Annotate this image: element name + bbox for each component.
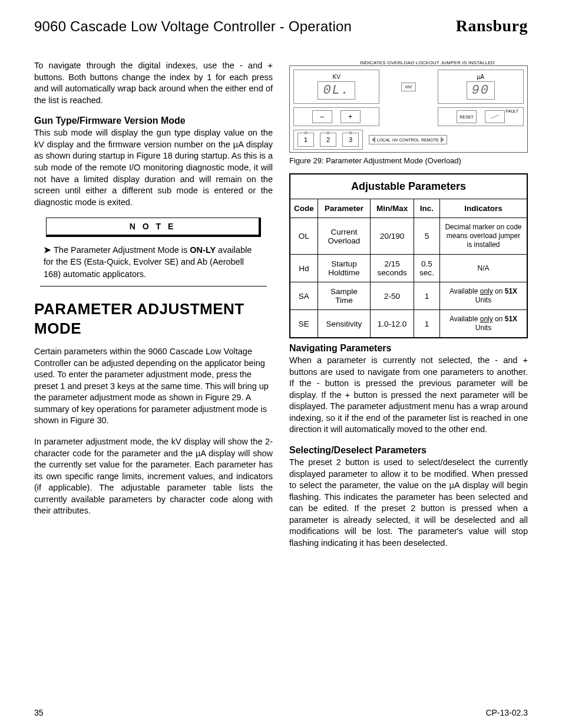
th-minmax: Min/Max xyxy=(371,199,414,218)
table-row: Hd Startup Holdtime 2/15 seconds 0.5 sec… xyxy=(290,255,527,282)
left-column: To navigate through the digital indexes,… xyxy=(34,60,273,558)
table-row: SA Sample Time 2-50 1 Available only on … xyxy=(290,282,527,310)
kv-segment-display: 0L. xyxy=(318,81,355,100)
th-code: Code xyxy=(290,199,318,218)
ua-display-group: µA 90 xyxy=(438,70,524,104)
heading-navigating: Navigating Parameters xyxy=(289,343,528,354)
note-text-bold: ON-LY xyxy=(190,245,216,255)
fault-label: FAULT xyxy=(506,109,518,113)
right-column: INDICATES OVERLOAD LOCKOUT JUMPER IS INS… xyxy=(289,60,528,558)
local-label: LOCAL xyxy=(377,138,391,142)
doc-number: CP-13-02.3 xyxy=(485,708,528,717)
hv-label: HV xyxy=(401,83,416,91)
th-indicators: Indicators xyxy=(439,199,527,218)
figure-29: INDICATES OVERLOAD LOCKOUT JUMPER IS INS… xyxy=(289,60,528,165)
adjustable-parameters-table: Adjustable Parameters Code Parameter Min… xyxy=(289,173,528,338)
heading-gun-type: Gun Type/Firmware Version Mode xyxy=(34,116,273,126)
param-mode-paragraph-1: Certain parameters within the 9060 Casca… xyxy=(34,346,273,427)
remote-label: REMOTE xyxy=(421,138,439,142)
table-row: SE Sensitivity 1.0-12.0 1 Available only… xyxy=(290,310,527,338)
param-mode-paragraph-2: In parameter adjustment mode, the kV dis… xyxy=(34,436,273,517)
heading-selecting: Selecting/Deselect Parameters xyxy=(289,445,528,456)
two-column-layout: To navigate through the digital indexes,… xyxy=(34,60,528,558)
hv-control-switch[interactable]: LOCAL HV CONTROL REMOTE xyxy=(369,135,447,144)
note-text-pre: The Parameter Adjustment Mode is xyxy=(54,245,190,255)
table-row: OL Current Overload 20/190 5 Decimal mar… xyxy=(290,218,527,255)
preset-1-button[interactable]: 1 xyxy=(297,133,314,147)
plus-minus-group: – + xyxy=(293,107,379,126)
note-body: ➤The Parameter Adjustment Mode is ON-LY … xyxy=(40,244,267,286)
th-parameter: Parameter xyxy=(318,199,370,218)
ua-label: µA xyxy=(477,74,484,80)
page-footer: 35 CP-13-02.3 xyxy=(34,708,528,717)
page-number: 35 xyxy=(34,708,44,717)
minus-button[interactable]: – xyxy=(312,110,332,123)
note-label: N O T E xyxy=(46,218,261,237)
gun-type-paragraph: This sub mode will display the gun type … xyxy=(34,127,273,208)
hv-control-label: HV CONTROL xyxy=(392,138,419,142)
header-title: 9060 Cascade Low Voltage Controller - Op… xyxy=(34,18,352,35)
hv-indicator-group: HV xyxy=(389,70,428,104)
reset-fault-group: FAULT RESET xyxy=(438,107,524,126)
figure-panel: KV 0L. HV µA 90 xyxy=(289,65,528,153)
selecting-paragraph: The preset 2 button is used to select/de… xyxy=(289,457,528,549)
triangle-left-icon xyxy=(372,137,375,143)
navigating-paragraph: When a parameter is currently not select… xyxy=(289,355,528,436)
kv-label: KV xyxy=(333,74,340,80)
figure-overload-indicator-text: INDICATES OVERLOAD LOCKOUT JUMPER IS INS… xyxy=(360,60,528,65)
kv-display-group: KV 0L. xyxy=(293,70,379,104)
table-title: Adjustable Parameters xyxy=(290,174,527,199)
triangle-right-icon xyxy=(441,137,444,143)
reset-button[interactable]: RESET xyxy=(457,110,477,123)
preset-buttons-group: 1 2 3 xyxy=(293,130,363,150)
note-arrow-icon: ➤ xyxy=(44,245,51,255)
page: 9060 Cascade Low Voltage Controller - Op… xyxy=(0,0,562,728)
brand-logo: Ransburg xyxy=(456,17,528,35)
intro-paragraph: To navigate through the digital indexes,… xyxy=(34,60,273,106)
ua-segment-display: 90 xyxy=(467,81,495,100)
page-header: 9060 Cascade Low Voltage Controller - Op… xyxy=(34,17,528,35)
plus-button[interactable]: + xyxy=(340,110,361,123)
th-inc: Inc. xyxy=(414,199,439,218)
figure-caption: Figure 29: Parameter Adjustment Mode (Ov… xyxy=(289,156,528,165)
table-header-row: Code Parameter Min/Max Inc. Indicators xyxy=(290,199,527,218)
preset-3-button[interactable]: 3 xyxy=(342,133,359,147)
fault-indicator xyxy=(485,110,505,123)
heading-parameter-adjustment: PARAMETER ADJUSTMENT MODE xyxy=(34,299,273,338)
svg-line-0 xyxy=(491,115,499,118)
preset-2-button[interactable]: 2 xyxy=(320,133,336,147)
